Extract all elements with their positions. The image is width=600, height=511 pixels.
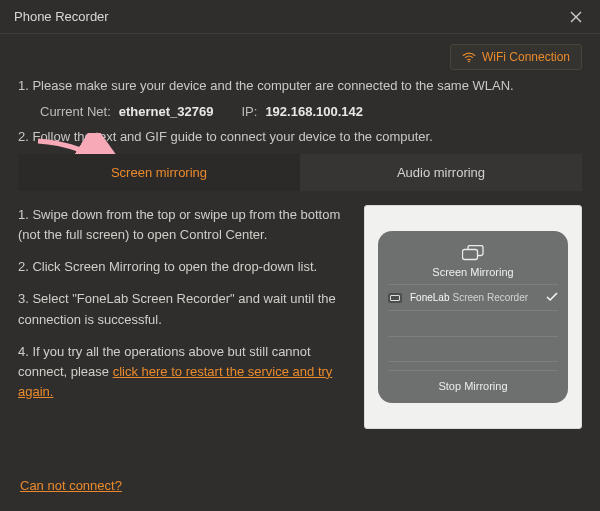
appletv-icon <box>388 293 402 303</box>
mirroring-panel: Screen Mirroring FoneLab Screen Recorder… <box>378 231 568 403</box>
svg-rect-2 <box>463 250 478 260</box>
device-brand: FoneLab <box>410 292 449 303</box>
network-info: Current Net: ethernet_32769 IP: 192.168.… <box>40 104 582 119</box>
ip-label: IP: <box>241 104 257 119</box>
step-3: 3. Select "FoneLab Screen Recorder" and … <box>18 289 344 329</box>
window-title: Phone Recorder <box>14 9 109 24</box>
screen-mirroring-icon <box>462 245 484 261</box>
current-net-value: ethernet_32769 <box>119 104 214 119</box>
tab-audio-mirroring[interactable]: Audio mirroring <box>300 154 582 191</box>
tab-screen-mirroring[interactable]: Screen mirroring <box>18 154 300 191</box>
wifi-icon <box>462 52 476 63</box>
ip-value: 192.168.100.142 <box>265 104 363 119</box>
mirroring-empty-row <box>388 310 558 336</box>
close-icon <box>570 11 582 23</box>
mirroring-panel-title: Screen Mirroring <box>432 266 513 278</box>
step-2: 2. Click Screen Mirroring to open the dr… <box>18 257 344 277</box>
wifi-connection-button[interactable]: WiFi Connection <box>450 44 582 70</box>
instruction-2: 2. Follow the text and GIF guide to conn… <box>18 127 582 147</box>
checkmark-icon <box>546 292 558 304</box>
cannot-connect-link[interactable]: Can not connect? <box>20 478 122 493</box>
titlebar: Phone Recorder <box>0 0 600 34</box>
screen-mirroring-preview: Screen Mirroring FoneLab Screen Recorder… <box>364 205 582 429</box>
step-4: 4. If you try all the operations above b… <box>18 342 344 402</box>
close-button[interactable] <box>566 7 586 27</box>
mirroring-empty-row <box>388 336 558 362</box>
mirroring-device-row: FoneLab Screen Recorder <box>388 284 558 310</box>
current-net-label: Current Net: <box>40 104 111 119</box>
mirroring-tabs: Screen mirroring Audio mirroring <box>18 154 582 191</box>
step-1: 1. Swipe down from the top or swipe up f… <box>18 205 344 245</box>
steps-list: 1. Swipe down from the top or swipe up f… <box>18 205 344 429</box>
wifi-connection-label: WiFi Connection <box>482 50 570 64</box>
phone-recorder-dialog: Phone Recorder WiFi Connection 1. Please… <box>0 0 600 511</box>
device-name: Screen Recorder <box>452 292 546 303</box>
instruction-1: 1. Please make sure your device and the … <box>18 76 582 96</box>
stop-mirroring-button: Stop Mirroring <box>388 370 558 403</box>
svg-point-0 <box>468 60 470 62</box>
